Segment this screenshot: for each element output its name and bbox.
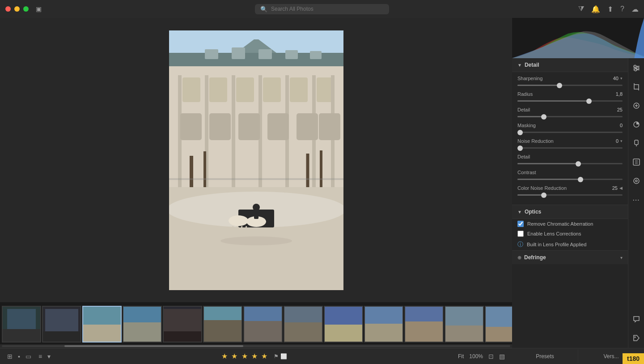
- circle-icon[interactable]: [630, 175, 643, 187]
- filmstrip-thumb-12[interactable]: [445, 306, 484, 343]
- filmstrip-thumb-4[interactable]: [123, 306, 162, 343]
- nr-detail-slider[interactable]: [517, 161, 623, 166]
- mask-icon[interactable]: [630, 118, 643, 131]
- detail-section-header[interactable]: ▼ Detail: [512, 58, 628, 72]
- filmstrip-thumb-5[interactable]: [163, 306, 202, 343]
- defringe-section[interactable]: ⊕ Defringe ▾: [512, 250, 628, 264]
- svg-rect-42: [254, 211, 258, 219]
- crop-icon[interactable]: [630, 81, 643, 93]
- svg-rect-49: [45, 309, 78, 331]
- filmstrip-thumb-1[interactable]: [2, 306, 41, 343]
- sort-icon[interactable]: ≡: [38, 353, 42, 360]
- color-label-icon[interactable]: ⬜: [280, 353, 287, 360]
- detail-icon[interactable]: [630, 156, 643, 168]
- noise-reduction-expand-icon[interactable]: ▾: [620, 139, 623, 143]
- minimize-button[interactable]: [14, 6, 20, 12]
- masking-value: 0: [606, 123, 623, 128]
- share-icon[interactable]: ⬆: [607, 5, 613, 13]
- svg-rect-71: [325, 325, 362, 342]
- sharpening-slider[interactable]: [517, 83, 623, 88]
- defringe-expand-icon[interactable]: ▾: [620, 255, 623, 260]
- masking-slider[interactable]: [517, 130, 623, 135]
- color-noise-reduction-row: Color Noise Reduction 25 ◀: [517, 185, 623, 197]
- comments-icon[interactable]: [630, 313, 643, 325]
- flag-icon[interactable]: ⚑: [274, 353, 279, 360]
- sharpening-value: 40: [602, 76, 619, 81]
- heal-icon[interactable]: [630, 99, 643, 112]
- svg-point-43: [220, 236, 292, 245]
- detail-slider[interactable]: [517, 114, 623, 119]
- filmstrip-thumb-6[interactable]: [203, 306, 242, 343]
- remove-chromatic-label: Remove Chromatic Aberration: [527, 221, 593, 227]
- svg-rect-68: [284, 322, 322, 342]
- detail-value: 25: [606, 107, 623, 112]
- builtin-lens-text: Built in Lens Profile Applied: [527, 242, 586, 247]
- optics-chevron-icon: ▼: [517, 210, 522, 214]
- filmstrip-thumb-9[interactable]: [324, 306, 363, 343]
- main-area: ⊞ ▪ ▭ ≡ ▾ ★ ★ ★ ★ ★ ⚑ ⬜ Fit 100% ⊡ ▧ ▲: [0, 18, 644, 364]
- search-bar[interactable]: 🔍: [255, 4, 389, 14]
- maximize-button[interactable]: [23, 6, 29, 12]
- search-input[interactable]: [271, 6, 384, 12]
- filmstrip-thumb-7[interactable]: [243, 306, 283, 343]
- contrast-slider[interactable]: [517, 177, 623, 182]
- contrast-row: Contrast: [517, 170, 623, 182]
- help-icon[interactable]: ?: [620, 5, 624, 13]
- presets-tab[interactable]: Presets: [512, 350, 578, 363]
- filmstrip-thumb-13[interactable]: [485, 306, 512, 343]
- histogram: ▲: [512, 18, 644, 58]
- svg-rect-76: [405, 307, 443, 321]
- color-nr-slider[interactable]: [517, 193, 623, 197]
- noise-reduction-slider[interactable]: [517, 146, 623, 150]
- sharpening-expand-icon[interactable]: ▾: [620, 76, 623, 81]
- filmstrip-thumb-3[interactable]: [82, 306, 122, 343]
- remove-chromatic-checkbox[interactable]: [517, 221, 524, 227]
- split-icon[interactable]: ▧: [499, 353, 505, 360]
- noise-reduction-label: Noise Reduction: [517, 138, 571, 144]
- radius-slider[interactable]: [517, 98, 623, 103]
- tags-icon[interactable]: [630, 332, 643, 344]
- enable-lens-checkbox[interactable]: [517, 231, 524, 237]
- panel-toggle-icon[interactable]: ▣: [36, 5, 42, 13]
- filmstrip-scrollbar-track: [2, 345, 510, 347]
- svg-rect-13: [290, 77, 308, 102]
- nr-detail-label: Detail: [517, 154, 571, 159]
- zoom-percent[interactable]: 100%: [469, 353, 483, 360]
- filmstrip-scrollbar-thumb[interactable]: [64, 345, 243, 347]
- filmstrip-thumb-10[interactable]: [364, 306, 403, 343]
- compare-icon[interactable]: ⊡: [488, 353, 494, 360]
- optics-section: ▼ Optics Remove Chromatic Aberration Ena…: [512, 205, 628, 250]
- filmstrip-scrollbar[interactable]: [0, 344, 512, 348]
- filmstrip-thumb-11[interactable]: [404, 306, 444, 343]
- color-nr-label: Color Noise Reduction: [517, 185, 571, 191]
- detail-section-title: Detail: [525, 62, 539, 68]
- filmstrip-view-icon[interactable]: ▭: [25, 353, 31, 360]
- sort-arrow-icon[interactable]: ▾: [47, 353, 51, 360]
- bell-icon[interactable]: 🔔: [591, 5, 600, 13]
- filmstrip-thumb-8[interactable]: [284, 306, 323, 343]
- svg-rect-47: [3, 329, 40, 342]
- filter-icon[interactable]: ⧩: [578, 5, 584, 13]
- more-icon[interactable]: ⋯: [630, 193, 643, 206]
- enable-lens-row[interactable]: Enable Lens Corrections: [512, 229, 628, 239]
- eyedropper-icon[interactable]: [630, 137, 643, 150]
- close-button[interactable]: [5, 6, 11, 12]
- star-rating[interactable]: ★ ★ ★ ★ ★: [221, 352, 269, 360]
- panel-content[interactable]: ▼ Detail Sharpening 40 ▾: [512, 58, 628, 348]
- svg-rect-50: [43, 331, 80, 342]
- svg-rect-11: [236, 77, 254, 102]
- adjustments-icon[interactable]: [630, 62, 643, 74]
- filmstrip-scroll[interactable]: [0, 302, 512, 344]
- remove-chromatic-row[interactable]: Remove Chromatic Aberration: [512, 219, 628, 229]
- optics-section-header[interactable]: ▼ Optics: [512, 205, 628, 219]
- detail-row: Detail 25: [517, 107, 623, 119]
- cloud-icon[interactable]: ☁: [631, 5, 639, 13]
- multi-view-icon[interactable]: ▪: [18, 353, 20, 360]
- color-nr-expand-icon[interactable]: ◀: [619, 186, 623, 190]
- svg-rect-58: [164, 309, 201, 331]
- photo-area[interactable]: [0, 18, 512, 302]
- right-panel: ▲ ▼ Detail: [512, 18, 644, 364]
- filmstrip-thumb-2[interactable]: [42, 306, 81, 343]
- grid-view-icon[interactable]: ⊞: [7, 353, 13, 360]
- detail-slider-label: Detail: [517, 107, 571, 112]
